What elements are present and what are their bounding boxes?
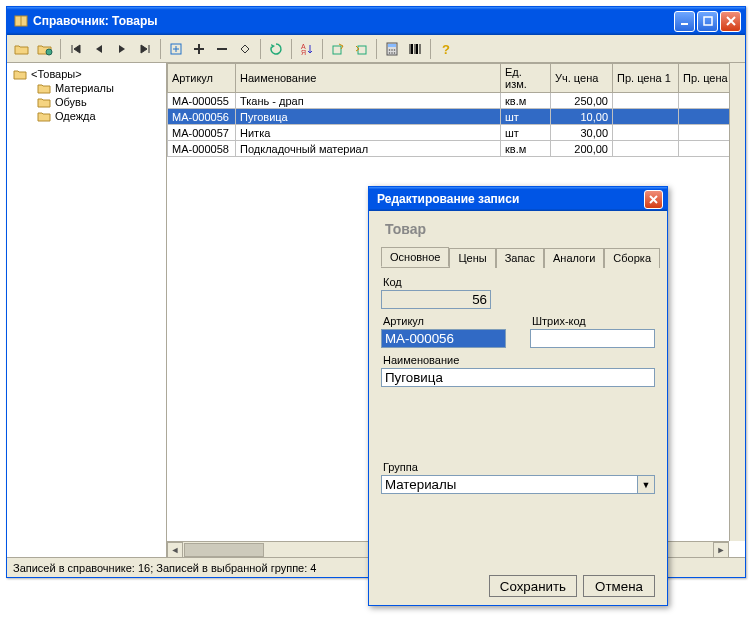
group-label: Группа (383, 461, 655, 473)
folder-open-icon[interactable] (11, 38, 33, 60)
svg-point-22 (389, 52, 391, 54)
plus-icon[interactable] (188, 38, 210, 60)
svg-rect-3 (704, 17, 712, 25)
tree-item-label: Обувь (55, 96, 87, 108)
code-label: Код (383, 276, 655, 288)
vertical-scrollbar[interactable] (729, 63, 745, 541)
col-header[interactable]: Ед. изм. (501, 64, 551, 93)
minimize-button[interactable] (674, 11, 695, 32)
maximize-button[interactable] (697, 11, 718, 32)
col-header[interactable]: Артикул (168, 64, 236, 93)
svg-point-21 (394, 49, 396, 51)
edit-dialog: Редактирование записи Товар Основное Цен… (368, 186, 668, 606)
app-icon (13, 13, 29, 29)
scroll-thumb[interactable] (184, 543, 264, 557)
name-label: Наименование (383, 354, 655, 366)
next-record-icon[interactable] (111, 38, 133, 60)
tab-prices[interactable]: Цены (449, 248, 495, 268)
import-icon[interactable] (350, 38, 372, 60)
status-text: Записей в справочнике: 16; Записей в выб… (13, 562, 316, 574)
dialog-heading: Товар (385, 221, 655, 237)
tab-assembly[interactable]: Сборка (604, 248, 660, 268)
tab-analogs[interactable]: Аналоги (544, 248, 604, 268)
dropdown-icon[interactable]: ▼ (638, 475, 655, 494)
svg-rect-18 (388, 44, 396, 47)
export-icon[interactable] (327, 38, 349, 60)
tree-item[interactable]: Материалы (11, 81, 162, 95)
tree-root[interactable]: <Товары> (11, 67, 162, 81)
svg-point-20 (391, 49, 393, 51)
prev-record-icon[interactable] (88, 38, 110, 60)
svg-rect-16 (358, 46, 366, 54)
titlebar: Справочник: Товары (7, 7, 745, 35)
tree-item[interactable]: Одежда (11, 109, 162, 123)
group-select[interactable] (381, 475, 638, 494)
svg-text:Я: Я (301, 49, 306, 56)
window-title: Справочник: Товары (33, 14, 674, 28)
toolbar: AЯ ? (7, 35, 745, 63)
svg-point-6 (46, 49, 52, 55)
table-row[interactable]: МА-000056Пуговицашт10,00 (168, 109, 745, 125)
dialog-close-button[interactable] (644, 190, 663, 209)
tree-item-label: Материалы (55, 82, 114, 94)
barcode-field[interactable] (530, 329, 655, 348)
add-icon[interactable] (165, 38, 187, 60)
first-record-icon[interactable] (65, 38, 87, 60)
scroll-left-icon[interactable]: ◄ (167, 542, 183, 558)
tab-main[interactable]: Основное (381, 247, 449, 267)
barcode-label: Штрих-код (532, 315, 655, 327)
table-row[interactable]: МА-000057Ниткашт30,00 (168, 125, 745, 141)
folder-current-icon[interactable] (34, 38, 56, 60)
svg-point-19 (389, 49, 391, 51)
dialog-titlebar: Редактирование записи (369, 187, 667, 211)
tree-item-label: Одежда (55, 110, 96, 122)
col-header[interactable]: Наименование (236, 64, 501, 93)
calculator-icon[interactable] (381, 38, 403, 60)
refresh-icon[interactable] (265, 38, 287, 60)
svg-rect-15 (333, 46, 341, 54)
save-button[interactable]: Сохранить (489, 575, 577, 597)
dialog-tabs: Основное Цены Запас Аналоги Сборка (381, 247, 655, 268)
tree-root-label: <Товары> (31, 68, 82, 80)
col-header[interactable]: Пр. цена 1 (613, 64, 679, 93)
tree-pane: <Товары> Материалы Обувь Одежда (7, 63, 167, 557)
scroll-right-icon[interactable]: ► (713, 542, 729, 558)
svg-point-23 (391, 52, 393, 54)
table-row[interactable]: МА-000055Ткань - драпкв.м250,00 (168, 93, 745, 109)
table-row[interactable]: МА-000058Подкладочный материалкв.м200,00 (168, 141, 745, 157)
svg-text:?: ? (442, 42, 450, 56)
dialog-title: Редактирование записи (377, 192, 644, 206)
edit-icon[interactable] (234, 38, 256, 60)
data-grid[interactable]: Артикул Наименование Ед. изм. Уч. цена П… (167, 63, 745, 157)
close-button[interactable] (720, 11, 741, 32)
last-record-icon[interactable] (134, 38, 156, 60)
sort-icon[interactable]: AЯ (296, 38, 318, 60)
col-header[interactable]: Уч. цена (551, 64, 613, 93)
article-label: Артикул (383, 315, 506, 327)
help-icon[interactable]: ? (435, 38, 457, 60)
name-field[interactable] (381, 368, 655, 387)
barcode-icon[interactable] (404, 38, 426, 60)
article-field[interactable] (381, 329, 506, 348)
code-field (381, 290, 491, 309)
svg-point-24 (394, 52, 396, 54)
cancel-button[interactable]: Отмена (583, 575, 655, 597)
tree-item[interactable]: Обувь (11, 95, 162, 109)
tab-stock[interactable]: Запас (496, 248, 544, 268)
minus-icon[interactable] (211, 38, 233, 60)
